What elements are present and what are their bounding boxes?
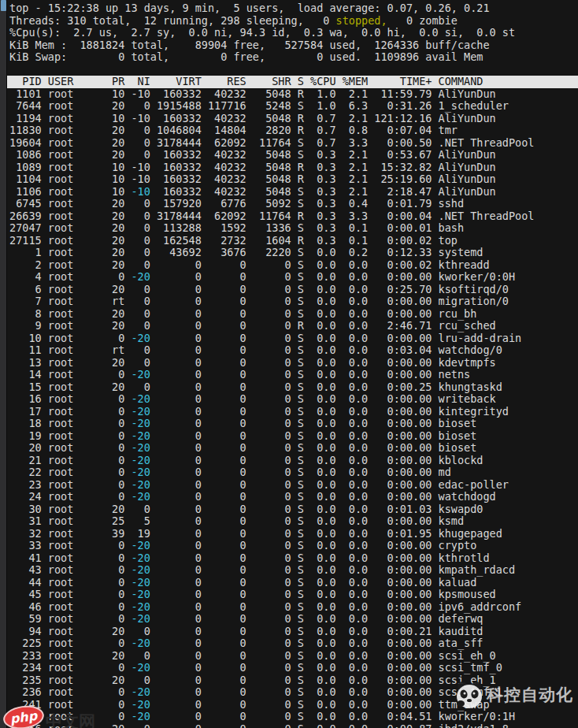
process-row: 7 root rt 0 0 0 0 S 0.0 0.0 0:00.00 migr… bbox=[9, 295, 578, 308]
summary-line: KiB Swap: 0 total, 0 free, 0 used. 11098… bbox=[9, 51, 578, 64]
process-row: 20 root 0 -20 0 0 0 S 0.0 0.0 0:00.00 bi… bbox=[9, 442, 578, 455]
process-row: 43 root 0 -20 0 0 0 S 0.0 0.0 0:00.00 km… bbox=[9, 564, 578, 577]
process-row: 233 root 20 0 0 0 0 S 0.0 0.0 0:00.00 sc… bbox=[9, 650, 578, 663]
process-table: 1101 root 10 -10 160332 40232 5048 R 1.0… bbox=[9, 88, 578, 728]
process-row: 9 root 20 0 0 0 0 R 0.0 0.0 2:46.71 rcu_… bbox=[9, 320, 578, 332]
process-row: 1194 root 10 -10 160332 40232 5048 R 0.7… bbox=[9, 113, 578, 125]
process-row: 4 root 0 -20 0 0 0 S 0.0 0.0 0:00.00 kwo… bbox=[9, 271, 578, 284]
process-row: 1104 root 10 -10 160332 40232 5048 R 0.3… bbox=[9, 173, 578, 186]
table-header-text: PID USER PR NI VIRT RES SHR S %CPU %MEM … bbox=[9, 76, 578, 88]
top-summary: top - 15:22:38 up 13 days, 9 min, 5 user… bbox=[9, 2, 578, 64]
process-row: 1089 root 10 -10 160332 40232 5048 R 0.3… bbox=[9, 162, 578, 174]
process-row: 11 root rt 0 0 0 0 S 0.0 0.0 0:03.04 wat… bbox=[9, 344, 578, 357]
process-row: 27047 root 20 0 113288 1592 1336 S 0.3 0… bbox=[9, 222, 578, 235]
process-row: 17 root 0 -20 0 0 0 S 0.0 0.0 0:00.00 ki… bbox=[9, 406, 578, 418]
process-row: 16 root 0 -20 0 0 0 S 0.0 0.0 0:00.00 wr… bbox=[9, 393, 578, 406]
process-row: 19604 root 20 0 3178444 62092 11764 S 0.… bbox=[9, 137, 578, 150]
process-row: 30 root 20 0 0 0 0 S 0.0 0.0 0:01.03 ksw… bbox=[9, 503, 578, 516]
process-row: 241 root 0 -20 0 0 0 S 0.0 0.0 0:00.00 t… bbox=[9, 699, 578, 711]
process-row: 41 root 0 -20 0 0 0 S 0.0 0.0 0:00.00 kt… bbox=[9, 552, 578, 565]
process-row: 6745 root 20 0 157920 6776 5092 S 0.3 0.… bbox=[9, 198, 578, 210]
summary-line: KiB Mem : 1881824 total, 89904 free, 527… bbox=[9, 39, 578, 52]
process-row: 235 root 20 0 0 0 0 S 0.0 0.0 0:00.00 sc… bbox=[9, 674, 578, 687]
process-row: 26639 root 20 0 3178444 62092 11764 R 0.… bbox=[9, 210, 578, 223]
process-row: 234 root 0 -20 0 0 0 S 0.0 0.0 0:00.00 s… bbox=[9, 662, 578, 674]
terminal-output: top - 15:22:38 up 13 days, 9 min, 5 user… bbox=[7, 0, 578, 728]
process-row: 11830 root 20 0 1046804 14804 2820 R 0.7… bbox=[9, 124, 578, 137]
process-row: 7644 root 20 0 1915488 117716 5248 S 1.0… bbox=[9, 100, 578, 113]
summary-line: %Cpu(s): 2.7 us, 2.7 sy, 0.0 ni, 94.3 id… bbox=[9, 27, 578, 39]
process-row: 45 root 0 -20 0 0 0 S 0.0 0.0 0:00.00 kp… bbox=[9, 589, 578, 601]
summary-line: Threads: 310 total, 12 running, 298 slee… bbox=[9, 15, 578, 28]
terminal-window: top - 15:22:38 up 13 days, 9 min, 5 user… bbox=[0, 0, 578, 728]
process-row: 8 root 20 0 0 0 0 S 0.0 0.0 0:00.00 rcu_… bbox=[9, 308, 578, 321]
summary-line: top - 15:22:38 up 13 days, 9 min, 5 user… bbox=[9, 2, 578, 15]
scrollbar[interactable] bbox=[0, 0, 7, 728]
process-row: 13 root 20 0 0 0 0 S 0.0 0.0 0:00.00 kde… bbox=[9, 357, 578, 370]
process-row: 33 root 0 -20 0 0 0 S 0.0 0.0 0:00.00 cr… bbox=[9, 540, 578, 552]
scrollbar-thumb[interactable] bbox=[1, 0, 6, 11]
process-row: 24 root 0 -20 0 0 0 S 0.0 0.0 0:00.00 wa… bbox=[9, 491, 578, 503]
process-row: 23 root 0 -20 0 0 0 S 0.0 0.0 0:00.00 ed… bbox=[9, 479, 578, 492]
process-row: 2 root 20 0 0 0 0 S 0.0 0.0 0:00.02 kthr… bbox=[9, 259, 578, 272]
process-row: 21 root 0 -20 0 0 0 S 0.0 0.0 0:00.00 kb… bbox=[9, 455, 578, 467]
process-row: 32 root 39 19 0 0 0 S 0.0 0.0 0:01.95 kh… bbox=[9, 528, 578, 540]
process-row: 256 root 20 0 0 0 0 S 0.0 0.0 0:00.87 jb… bbox=[9, 723, 578, 728]
process-row: 236 root 0 -20 0 0 0 S 0.0 0.0 0:00.00 s… bbox=[9, 686, 578, 699]
process-row: 10 root 0 -20 0 0 0 S 0.0 0.0 0:00.00 lr… bbox=[9, 332, 578, 345]
table-header-bar: PID USER PR NI VIRT RES SHR S %CPU %MEM … bbox=[7, 76, 578, 88]
process-row: 247 root 0 -20 0 0 0 S 0.0 0.0 0:04.51 k… bbox=[9, 711, 578, 723]
process-row: 94 root 20 0 0 0 0 S 0.0 0.0 0:00.21 kau… bbox=[9, 626, 578, 638]
process-row: 59 root 0 -20 0 0 0 S 0.0 0.0 0:00.00 de… bbox=[9, 613, 578, 626]
process-row: 46 root 0 -20 0 0 0 S 0.0 0.0 0:00.00 ip… bbox=[9, 601, 578, 614]
process-row: 1 root 20 0 43692 3676 2220 S 0.0 0.2 0:… bbox=[9, 247, 578, 259]
process-row: 1106 root 10 -10 160332 40232 5048 S 0.3… bbox=[9, 186, 578, 199]
process-row: 22 root 0 -20 0 0 0 S 0.0 0.0 0:00.00 md bbox=[9, 466, 578, 479]
process-row: 18 root 0 -20 0 0 0 S 0.0 0.0 0:00.00 bi… bbox=[9, 418, 578, 430]
process-row: 1086 root 20 0 160332 40232 5048 S 0.3 2… bbox=[9, 149, 578, 162]
process-row: 6 root 20 0 0 0 0 S 0.0 0.0 0:25.70 ksof… bbox=[9, 284, 578, 296]
process-row: 19 root 0 -20 0 0 0 S 0.0 0.0 0:00.00 bi… bbox=[9, 430, 578, 443]
process-row: 225 root 0 -20 0 0 0 S 0.0 0.0 0:00.00 a… bbox=[9, 637, 578, 650]
process-row: 31 root 25 5 0 0 0 S 0.0 0.0 0:00.00 ksm… bbox=[9, 515, 578, 528]
process-row: 15 root 20 0 0 0 0 S 0.0 0.0 0:00.25 khu… bbox=[9, 381, 578, 394]
process-row: 1101 root 10 -10 160332 40232 5048 R 1.0… bbox=[9, 88, 578, 101]
process-row: 27115 root 20 0 162548 2732 1604 R 0.3 0… bbox=[9, 235, 578, 247]
blank-line bbox=[9, 64, 578, 76]
process-row: 14 root 0 -20 0 0 0 S 0.0 0.0 0:00.00 ne… bbox=[9, 369, 578, 381]
process-row: 44 root 0 -20 0 0 0 S 0.0 0.0 0:00.00 ka… bbox=[9, 577, 578, 589]
